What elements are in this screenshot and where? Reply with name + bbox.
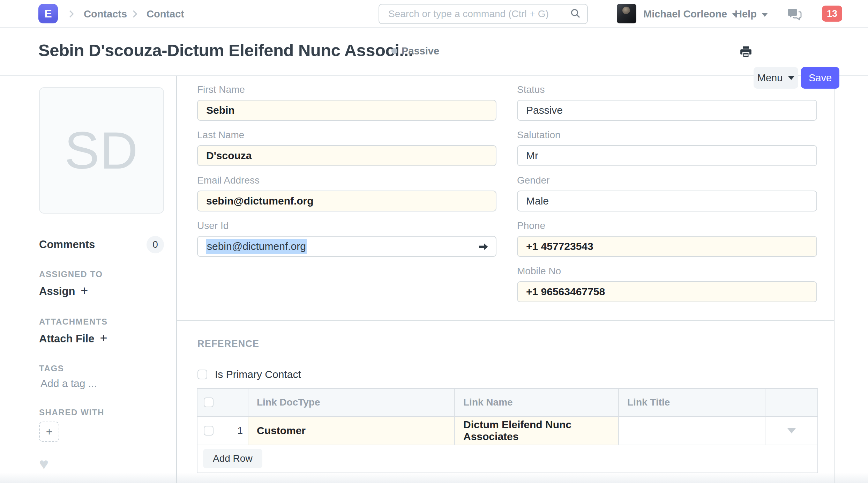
mobile-no-input[interactable]: +1 96563467758 xyxy=(517,281,817,302)
field-label: Email Address xyxy=(197,174,496,186)
contact-initials: SD xyxy=(65,120,139,181)
grid-header-link-doctype: Link DocType xyxy=(248,389,455,416)
field-label: User Id xyxy=(197,220,496,232)
search-input[interactable] xyxy=(388,8,570,20)
breadcrumb-contacts[interactable]: Contacts xyxy=(84,8,127,20)
status-dot-icon xyxy=(391,48,397,54)
form-card-right-border xyxy=(834,76,835,483)
row-expand-cell[interactable] xyxy=(765,417,817,445)
add-row-label: Add Row xyxy=(213,453,253,464)
field-email-address: Email Address sebin@dictumenf.org xyxy=(197,174,496,211)
page-head: Sebin D'scouza-Dictum Eleifend Nunc Asso… xyxy=(0,28,868,76)
mobile-no-value: +1 96563467758 xyxy=(526,286,605,298)
field-phone: Phone +1 457723543 xyxy=(517,220,817,257)
link-doctype-value: Customer xyxy=(257,425,306,437)
help-menu[interactable]: Help xyxy=(735,8,768,20)
save-button-label: Save xyxy=(809,72,832,84)
add-row-button[interactable]: Add Row xyxy=(203,449,262,468)
navbar: E Contacts Contact Michael Corleone Help… xyxy=(0,0,868,28)
gender-value: Male xyxy=(526,195,549,207)
save-button[interactable]: Save xyxy=(801,67,839,89)
search-icon xyxy=(570,8,581,20)
plus-icon: + xyxy=(46,425,53,438)
user-id-selected-text: sebin@dictumenf.org xyxy=(206,239,307,254)
field-mobile-no: Mobile No +1 96563467758 xyxy=(517,265,817,302)
assign-button[interactable]: Assign+ xyxy=(39,283,88,298)
row-link-doctype-cell[interactable]: Customer xyxy=(248,417,455,445)
salutation-value: Mr xyxy=(526,150,538,162)
like-heart-icon[interactable]: ♥ xyxy=(39,456,48,472)
chevron-right-icon xyxy=(66,8,77,20)
field-gender: Gender Male xyxy=(517,174,817,211)
comments-row[interactable]: Comments 0 xyxy=(39,236,164,253)
field-label: Gender xyxy=(517,174,817,186)
comments-label: Comments xyxy=(39,238,95,251)
app-logo[interactable]: E xyxy=(38,4,58,23)
row-checkbox[interactable] xyxy=(204,426,214,436)
global-search[interactable] xyxy=(379,4,588,24)
grid-row-select-cell: 1 xyxy=(197,417,248,445)
page-title: Sebin D'scouza-Dictum Eleifend Nunc Asso… xyxy=(38,40,413,60)
field-label: Salutation xyxy=(517,129,817,141)
row-link-title-cell[interactable] xyxy=(619,417,765,445)
contact-image-placeholder[interactable]: SD xyxy=(39,87,164,214)
field-first-name: First Name Sebin xyxy=(197,84,496,121)
status-select[interactable]: Passive xyxy=(517,100,817,121)
attach-file-label: Attach File xyxy=(39,333,94,345)
notifications-badge[interactable]: 13 xyxy=(822,6,842,22)
attach-file-button[interactable]: Attach File+ xyxy=(39,331,107,345)
row-link-name-cell[interactable]: Dictum Eleifend Nunc Associates xyxy=(455,417,619,445)
field-label: First Name xyxy=(197,84,496,96)
comments-count-badge: 0 xyxy=(147,236,164,253)
select-all-checkbox[interactable] xyxy=(204,397,214,407)
last-name-value: D'scouza xyxy=(206,150,252,162)
is-primary-contact-checkbox[interactable] xyxy=(197,370,207,379)
shared-with-heading: SHARED WITH xyxy=(39,408,104,417)
email-address-value: sebin@dictumenf.org xyxy=(206,195,314,207)
email-address-input[interactable]: sebin@dictumenf.org xyxy=(197,191,496,211)
print-icon[interactable] xyxy=(739,45,753,60)
add-tag-input[interactable]: Add a tag ... xyxy=(40,378,97,389)
caret-down-icon xyxy=(787,428,796,433)
breadcrumb-contact[interactable]: Contact xyxy=(147,8,184,20)
grid-row-1: 1 Customer Dictum Eleifend Nunc Associat… xyxy=(197,417,817,445)
help-label: Help xyxy=(735,8,757,20)
plus-icon: + xyxy=(81,283,88,298)
last-name-input[interactable]: D'scouza xyxy=(197,145,496,166)
status-indicator: Passive xyxy=(391,45,439,57)
chat-icon[interactable] xyxy=(787,8,802,22)
first-name-value: Sebin xyxy=(206,104,235,116)
field-user-id: User Id sebin@dictumenf.org xyxy=(197,220,496,257)
field-salutation: Salutation Mr xyxy=(517,129,817,166)
user-id-input[interactable]: sebin@dictumenf.org xyxy=(197,236,496,257)
status-value: Passive xyxy=(526,104,563,116)
section-divider xyxy=(177,320,834,321)
phone-input[interactable]: +1 457723543 xyxy=(517,236,817,257)
is-primary-contact-label: Is Primary Contact xyxy=(215,369,301,380)
field-label: Mobile No xyxy=(517,265,817,277)
user-avatar[interactable] xyxy=(617,4,636,23)
user-name: Michael Corleone xyxy=(643,8,727,20)
is-primary-contact-field: Is Primary Contact xyxy=(197,369,301,380)
gender-select[interactable]: Male xyxy=(517,191,817,211)
first-name-input[interactable]: Sebin xyxy=(197,100,496,121)
link-name-value: Dictum Eleifend Nunc Associates xyxy=(463,419,610,443)
grid-footer: Add Row xyxy=(197,445,817,472)
plus-icon: + xyxy=(100,331,107,345)
arrow-right-icon[interactable] xyxy=(478,241,489,255)
notification-count: 13 xyxy=(827,8,837,19)
form-card-left-border xyxy=(176,76,177,483)
assign-label: Assign xyxy=(39,285,75,297)
field-label: Last Name xyxy=(197,129,496,141)
user-menu[interactable]: Michael Corleone xyxy=(643,8,738,20)
page-bottom-fade xyxy=(0,473,868,483)
caret-down-icon xyxy=(762,13,768,17)
add-share-button[interactable]: + xyxy=(39,422,59,442)
reference-section-heading: REFERENCE xyxy=(197,339,259,349)
salutation-select[interactable]: Mr xyxy=(517,145,817,166)
menu-button[interactable]: Menu xyxy=(754,67,798,89)
app-logo-letter: E xyxy=(44,7,52,20)
links-grid-table: Link DocType Link Name Link Title 1 Cust… xyxy=(197,388,818,473)
grid-header-action-cell xyxy=(765,389,817,416)
grid-header-row: Link DocType Link Name Link Title xyxy=(197,389,817,417)
